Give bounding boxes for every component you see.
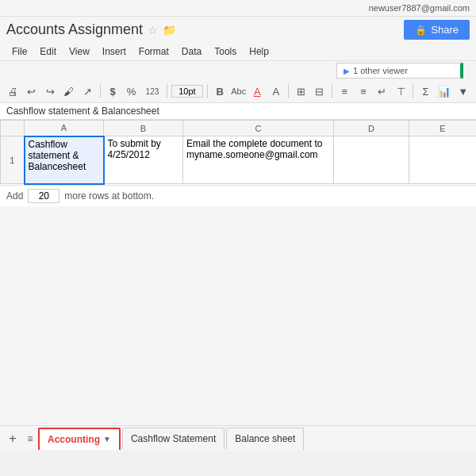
pointer-button[interactable]: ↗ <box>79 83 96 100</box>
tab-balance-label: Balance sheet <box>235 433 295 444</box>
col-header-d[interactable]: D <box>334 121 409 136</box>
menu-edit[interactable]: Edit <box>34 44 62 59</box>
menu-bar: File Edit View Insert Format Data Tools … <box>0 43 476 61</box>
font-name-display[interactable]: 10pt <box>171 85 203 98</box>
toolbar-sep-5 <box>332 84 332 98</box>
cell-e1[interactable] <box>409 136 477 184</box>
add-row-bar: Add more rows at bottom. <box>0 185 476 206</box>
menu-file[interactable]: File <box>6 44 33 59</box>
merge-button[interactable]: ⊟ <box>312 83 328 100</box>
dollar-button[interactable]: $ <box>105 83 121 100</box>
menu-tools[interactable]: Tools <box>209 44 242 59</box>
menu-help[interactable]: Help <box>244 44 274 59</box>
table-row: 1 Cashflow statement & Balancesheet To s… <box>1 136 477 184</box>
font-color-button[interactable]: A <box>249 83 266 100</box>
paint-format-button[interactable]: 🖌 <box>61 83 78 100</box>
redo-button[interactable]: ↪ <box>42 83 59 100</box>
cell-c1[interactable]: Email the complete document to myname.so… <box>183 136 334 184</box>
highlight-button[interactable]: A <box>268 83 285 100</box>
share-button[interactable]: 🔒 Share <box>404 20 470 40</box>
formula-bar: Cashflow statement & Balancesheet <box>0 103 476 120</box>
add-label: Add <box>6 190 23 202</box>
toolbar-sep-4 <box>288 84 289 98</box>
tab-cashflow-label: Cashflow Statement <box>131 433 216 444</box>
bottom-area <box>0 206 476 451</box>
tab-balance-sheet[interactable]: Balance sheet <box>226 428 304 450</box>
cell-a1[interactable]: Cashflow statement & Balancesheet <box>25 136 104 184</box>
add-sheet-button[interactable]: + <box>3 429 22 448</box>
col-header-b[interactable]: B <box>104 121 183 136</box>
row-header-1: 1 <box>1 136 25 184</box>
cell-b1[interactable]: To submit by 4/25/2012 <box>104 136 183 184</box>
col-header-row: A B C D E <box>1 121 477 136</box>
sheet-tabs-bar: + ≡ Accounting ▼ Cashflow Statement Bala… <box>0 425 476 451</box>
play-icon: ▶ <box>344 67 350 75</box>
align-center-button[interactable]: ≡ <box>355 83 372 100</box>
spreadsheet-table: A B C D E 1 Cashflow statement & Balance… <box>0 120 476 185</box>
col-header-rownum <box>1 121 25 136</box>
menu-insert[interactable]: Insert <box>97 44 132 59</box>
user-email: newuser7887@gmail.com <box>369 3 470 13</box>
number-format-button[interactable]: 123 <box>142 83 163 100</box>
formula-text: Cashflow statement & Balancesheet <box>6 106 159 117</box>
tab-accounting-label: Accounting <box>48 434 100 445</box>
sheet-area: A B C D E 1 Cashflow statement & Balance… <box>0 120 476 206</box>
percent-button[interactable]: % <box>123 83 140 100</box>
align-left-button[interactable]: ≡ <box>336 83 353 100</box>
font-abc-button[interactable]: Abc <box>230 83 247 100</box>
chart-button[interactable]: 📊 <box>436 83 453 100</box>
viewer-count: 1 other viewer <box>353 66 408 75</box>
tab-accounting-dropdown: ▼ <box>103 435 111 443</box>
filter-button[interactable]: ▼ <box>455 83 471 100</box>
title-bar: Accounts Assignment ☆ 📁 🔒 Share <box>0 17 476 43</box>
star-icon[interactable]: ☆ <box>148 24 158 36</box>
add-rows-input[interactable] <box>28 189 60 203</box>
toolbar-sep-3 <box>207 84 208 98</box>
toolbar-sep-6 <box>413 84 413 98</box>
col-header-a[interactable]: A <box>25 121 104 136</box>
toolbar-sep-1 <box>100 84 101 98</box>
toolbar-sep-2 <box>167 84 167 98</box>
tab-accounting[interactable]: Accounting ▼ <box>38 428 121 450</box>
cell-d1[interactable] <box>334 136 409 184</box>
menu-data[interactable]: Data <box>176 44 207 59</box>
lock-icon: 🔒 <box>415 25 427 36</box>
wrap-button[interactable]: ↵ <box>374 83 390 100</box>
bold-button[interactable]: B <box>212 83 228 100</box>
viewer-bar-row: ▶ 1 other viewer <box>0 61 476 80</box>
col-header-c[interactable]: C <box>183 121 334 136</box>
add-rows-suffix: more rows at bottom. <box>64 190 154 202</box>
print-button[interactable]: 🖨 <box>5 83 21 100</box>
valign-button[interactable]: ⊤ <box>393 83 409 100</box>
toolbar: 🖨 ↩ ↪ 🖌 ↗ $ % 123 10pt B Abc A A ⊞ ⊟ ≡ ≡… <box>0 80 476 103</box>
undo-button[interactable]: ↩ <box>24 83 40 100</box>
menu-view[interactable]: View <box>63 44 95 59</box>
folder-icon: 📁 <box>163 24 176 36</box>
viewer-bar: ▶ 1 other viewer <box>336 63 463 79</box>
menu-format[interactable]: Format <box>133 44 175 59</box>
borders-button[interactable]: ⊞ <box>293 83 309 100</box>
sigma-button[interactable]: Σ <box>417 83 434 100</box>
title-left: Accounts Assignment ☆ 📁 <box>6 21 176 38</box>
doc-title[interactable]: Accounts Assignment <box>6 21 143 38</box>
top-bar: newuser7887@gmail.com <box>0 0 476 17</box>
col-header-e[interactable]: E <box>409 121 477 136</box>
tab-cashflow-statement[interactable]: Cashflow Statement <box>122 428 225 450</box>
sheet-menu-button[interactable]: ≡ <box>22 429 38 448</box>
